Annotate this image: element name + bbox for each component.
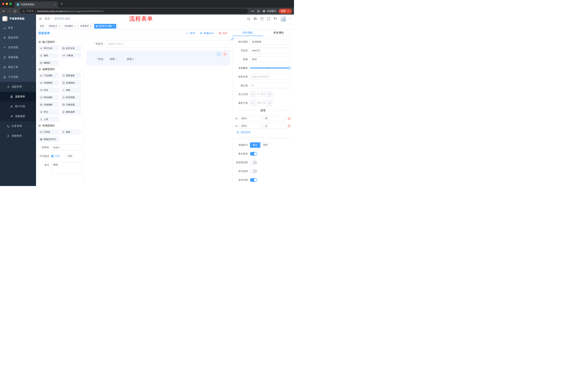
avatar-caret-icon[interactable] <box>289 18 291 20</box>
chip-date-range[interactable]: 日期范围 <box>61 102 81 107</box>
tag-process-model[interactable]: 流程模型× <box>63 24 77 29</box>
close-window-button[interactable] <box>2 3 4 5</box>
chip-multi-line-text[interactable]: 多行文本 <box>61 45 81 51</box>
chip-password[interactable]: 密码 <box>38 53 59 58</box>
remove-option-icon[interactable] <box>288 125 291 128</box>
increase-button[interactable]: + <box>267 92 272 97</box>
show-label-switch[interactable] <box>250 152 257 156</box>
bookmark-star-icon[interactable] <box>257 10 260 13</box>
sidebar-item-user-group[interactable]: 用户分组 <box>0 102 36 111</box>
border-switch[interactable] <box>250 161 257 164</box>
tab-component-props[interactable]: 组件属性 <box>232 30 263 36</box>
form-name-input[interactable]: biubiu <box>51 145 81 150</box>
view-json-button[interactable]: 查看json <box>200 32 214 35</box>
github-icon[interactable] <box>254 17 257 20</box>
link-icon[interactable] <box>231 37 234 41</box>
option2-value-input[interactable]: 女 <box>263 123 286 129</box>
sidebar-item-home[interactable]: 首页 <box>0 23 36 33</box>
new-tab-button[interactable]: + <box>61 2 63 6</box>
sidebar-item-process-model[interactable]: 流程模型 <box>0 111 36 121</box>
security-warning-icon[interactable] <box>22 10 25 12</box>
tag-close-icon[interactable]: × <box>74 25 76 28</box>
option1-value-input[interactable]: 男 <box>263 116 286 121</box>
chip-switch[interactable]: 开关 <box>38 87 59 93</box>
sidebar-item-task-management[interactable]: 任务管理 <box>0 121 36 131</box>
forward-icon[interactable] <box>8 10 11 13</box>
clear-button[interactable]: 清空 <box>219 32 228 35</box>
default-value-input[interactable]: 1 <box>250 83 291 88</box>
style-button-button[interactable]: 按钮 <box>260 142 271 148</box>
search-icon[interactable] <box>247 17 250 20</box>
chip-color-picker[interactable]: 颜色选择 <box>61 109 81 115</box>
zoom-window-button[interactable] <box>10 3 12 5</box>
update-button[interactable]: 更新 ⋮ <box>279 9 292 14</box>
drag-handle-icon[interactable] <box>235 125 238 128</box>
browser-tab[interactable]: 芋道管理系统 × <box>15 1 58 8</box>
remove-option-icon[interactable] <box>288 117 291 120</box>
minimize-window-button[interactable] <box>6 3 8 5</box>
sidebar-item-leave-query[interactable]: 请假查询 <box>0 131 36 141</box>
form-grid-slider[interactable] <box>250 65 291 71</box>
sidebar-item-system-management[interactable]: 系统管理 <box>0 33 36 43</box>
chip-upload[interactable]: 上传 <box>38 117 59 122</box>
phone-field-component[interactable]: *手机号 请输入手机号 <box>86 41 230 47</box>
chip-counter[interactable]: 123计数器 <box>61 53 81 58</box>
sidebar-item-workflow[interactable]: 工作流程 <box>0 72 36 82</box>
chip-time-range[interactable]: 时间范围 <box>61 95 81 100</box>
chip-radio-group[interactable]: 单选框组 <box>38 80 59 85</box>
address-bar[interactable]: 不安全 dashboard.yudao.iocoder.cn/bpm/manag… <box>20 9 248 14</box>
sidebar-item-infrastructure[interactable]: 基础设施 <box>0 53 36 62</box>
tag-process-form-edit[interactable]: 流程表单-编辑× <box>94 24 116 29</box>
form-canvas[interactable]: *手机号 请输入手机号 *性别 选项一 <box>84 37 232 186</box>
reload-icon[interactable] <box>13 10 17 13</box>
max-select-stepper[interactable]: − 最多可选 + <box>250 100 273 106</box>
add-option-button[interactable]: 添加选项 <box>237 131 291 134</box>
slider-handle[interactable] <box>288 67 291 69</box>
menu-dots-icon[interactable]: ⋮ <box>287 10 290 12</box>
tag-close-icon[interactable]: × <box>113 25 115 28</box>
chip-checkbox-group[interactable]: 多选框组 <box>61 80 81 85</box>
copy-component-button[interactable] <box>217 52 221 56</box>
option1-label-input[interactable]: 选项一 <box>239 116 262 121</box>
status-off-radio[interactable]: 关闭 <box>64 155 72 158</box>
chip-single-line-text[interactable]: 单行文本 <box>38 45 59 51</box>
increase-button[interactable]: + <box>267 100 272 106</box>
style-default-button[interactable]: 默认 <box>250 142 260 148</box>
field-name-input[interactable]: field122 <box>250 48 291 53</box>
min-select-stepper[interactable]: − 至少应选 + <box>250 91 273 97</box>
chip-button[interactable]: 按钮 <box>61 129 81 135</box>
tag-close-icon[interactable]: × <box>90 25 92 28</box>
gender-option2-checkbox[interactable]: 选项二 <box>123 57 134 61</box>
chip-table[interactable]: 表格[开发中] <box>38 137 59 142</box>
disabled-switch[interactable] <box>250 170 257 173</box>
status-on-radio[interactable]: 开启 <box>51 155 60 158</box>
label-width-input[interactable]: 请输入标签宽度 <box>250 74 291 80</box>
sidebar-item-dev-tools[interactable]: 研发工具 <box>0 62 36 72</box>
chip-editor[interactable]: 编辑器 <box>38 60 59 65</box>
decrease-button[interactable]: − <box>250 100 255 106</box>
chip-rate[interactable]: 评分 <box>38 109 59 115</box>
sidebar-logo[interactable]: 芋道管理系统 <box>0 15 36 23</box>
title-input[interactable]: 性别 <box>250 56 291 62</box>
tag-process-definition[interactable]: 流程定义× <box>47 24 62 29</box>
component-type-select[interactable]: 多选框组 <box>250 39 291 45</box>
chip-row-container[interactable]: 行容器 <box>38 129 59 135</box>
option2-label-input[interactable]: 选项二 <box>239 123 262 129</box>
tag-home[interactable]: 首页 <box>38 24 46 29</box>
chip-time-picker[interactable]: 时间选择 <box>38 95 59 100</box>
sidebar-item-payment-management[interactable]: ¥ 支付管理 <box>0 43 36 53</box>
chip-select[interactable]: 下拉选择 <box>38 73 59 78</box>
chip-slider[interactable]: 滑块 <box>61 87 81 93</box>
chip-date-picker[interactable]: 日期选择 <box>38 102 59 107</box>
decrease-button[interactable]: − <box>250 92 255 97</box>
help-icon[interactable]: ? <box>260 17 264 21</box>
hamburger-icon[interactable] <box>39 17 42 20</box>
gender-field-component-selected[interactable]: *性别 选项一 选项二 <box>86 50 230 66</box>
save-button[interactable]: 保存 <box>186 32 195 35</box>
required-switch[interactable] <box>250 178 257 182</box>
tag-close-icon[interactable]: × <box>59 25 60 28</box>
tab-form-props[interactable]: 表单属性 <box>263 30 294 36</box>
font-size-icon[interactable]: TT <box>274 17 277 21</box>
gender-option1-checkbox[interactable]: 选项一 <box>105 57 117 61</box>
breadcrumb-home[interactable]: 首页 <box>45 17 50 20</box>
